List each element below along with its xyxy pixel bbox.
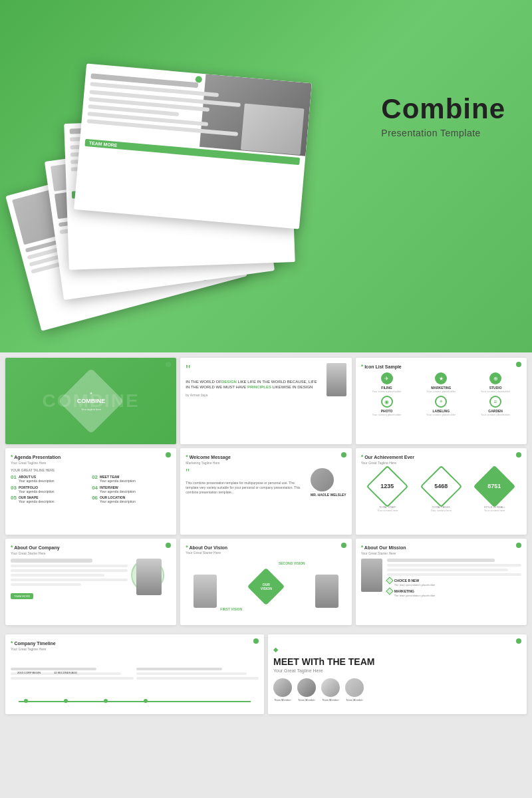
corner-dot-3 [516, 362, 521, 367]
icon-item-filing: ✈ FILING Your content placeholder [361, 372, 413, 393]
meet-team-title: MEET WITh THE TEAM [273, 656, 521, 667]
quote-text: IN THE WORLD OFDESIGN LIKE LIFE IN THE W… [186, 379, 320, 390]
agenda-item-3: 03 PORTFOLIOYour agenda description [11, 485, 90, 494]
filing-icon: ✈ [381, 372, 393, 384]
achievement-3: 8751 STYLE IN SMALL Your content here [479, 471, 509, 512]
achievement-diamonds: 1235 TOTAL STAFF Your content here 5468 … [361, 471, 521, 512]
welcome-quote-mark: " [186, 468, 307, 479]
person-avatar [311, 468, 334, 491]
person-name: MR. HAOLE WELSLEY [311, 493, 346, 497]
slide-timeline: * Company Timeline Your Great Tagline He… [5, 634, 264, 714]
company-img-col [131, 559, 171, 600]
timeline-details [11, 668, 259, 682]
mission-item-1: CHOICE B NEW [387, 578, 521, 583]
company-title: About Our Company [14, 545, 59, 550]
vision-diamond-text: OURVISION [261, 582, 272, 590]
icon-item-photo: ◉ PHOTO Your content placeholder [361, 396, 413, 416]
icon-list-title: Icon List Sample [364, 364, 402, 369]
corner-dot-timeline [253, 638, 259, 644]
agenda-title: Agenda Presentation [14, 455, 61, 460]
mission-text: CHOICE B NEW The team presentation place… [387, 559, 521, 597]
slide-icon-list: * Icon List Sample ✈ FILING Your content… [356, 358, 527, 444]
achievement-title: Our Achievement Ever [364, 455, 414, 460]
slide-company: * About Our Company Your Great Starter H… [5, 539, 176, 625]
labeling-icon: ⌖ [435, 396, 447, 408]
meet-asterisk-label: ◆ [273, 646, 521, 653]
welcome-tagline: Marketing Tagline Here [186, 461, 346, 465]
icon-item-labeling: ⌖ LABELING Your content placeholder [415, 396, 467, 416]
corner-dot-5 [341, 452, 346, 458]
timeline-tagline: Your Great Tagline Here [11, 647, 259, 651]
slide-vision: * About Our Vision Your Great Starter He… [180, 539, 351, 625]
timeline-dot-1 [24, 699, 28, 703]
slides-stack: TEAM MORE [13, 20, 313, 332]
welcome-text-area: " This combine presentation template for… [186, 468, 307, 497]
vision-tagline: Your Great Starter Here [186, 551, 346, 555]
slide-green-dot [195, 76, 202, 83]
studio-icon: ⊕ [489, 372, 501, 384]
hero-subtitle: Presentation Template [381, 128, 505, 138]
hero-section: TEAM MORE [0, 0, 532, 352]
agenda-tagline: Your Great Tagline Here [11, 461, 171, 465]
welcome-title: Welcome Message [190, 455, 231, 460]
combine-diamond-text: *COMBINEYour tagline here [76, 390, 105, 412]
team-member-3: Team Member [321, 678, 340, 702]
slides-grid: COMBINE *COMBINEYour tagline here " IN T… [5, 358, 527, 625]
corner-dot-meet [516, 638, 521, 644]
achievement-diamond-2: 5468 [420, 466, 462, 508]
timeline-label-2: 12 SECONDS AGO [54, 671, 77, 674]
timeline-line [19, 701, 251, 702]
photo-icon: ◉ [381, 396, 393, 408]
icon-item-marketing: ★ MARKETING Your content placeholder [415, 372, 467, 393]
icon-item-studio: ⊕ STUDIO Your content placeholder [469, 372, 521, 393]
vision-first-label: FIRST VISION [220, 607, 242, 611]
agenda-item-1: 01 ABOUT USYour agenda description [11, 475, 90, 483]
team-members: Team Member Team Member Team Member Team… [273, 678, 521, 702]
timeline-dot-4 [144, 699, 148, 703]
slide-mission: * About Our Mission Your Great Starter H… [356, 539, 527, 625]
meet-team-content: ◆ MEET WITh THE TEAM Your Great Tagline … [273, 646, 521, 702]
achievement-2: 5468 TOTAL PAGES Your content here [426, 471, 456, 512]
team-member-4: Team Member [345, 678, 364, 702]
timeline-label-1: 2010 CORP BEGIN [17, 671, 41, 674]
achievement-1: 1235 TOTAL STAFF Your content here [372, 471, 402, 512]
slide-meet-team: ◆ MEET WITh THE TEAM Your Great Tagline … [268, 634, 527, 714]
hero-main-title: Combine [381, 93, 505, 125]
welcome-content: " This combine presentation template for… [186, 468, 346, 497]
slide-welcome: * Welcome Message Marketing Tagline Here… [180, 448, 351, 535]
marketing-icon: ★ [435, 372, 447, 384]
slide-quote: " IN THE WORLD OFDESIGN LIKE LIFE IN THE… [180, 358, 351, 444]
mission-tagline: Your Great Starter Here [361, 551, 521, 555]
mission-content: CHOICE B NEW The team presentation place… [361, 559, 521, 597]
company-text: TEAM MORE [11, 559, 128, 600]
vision-content: OURVISION SECOND VISION FIRST VISION [180, 558, 351, 614]
person-area: MR. HAOLE WELSLEY [311, 468, 346, 497]
agenda-item-2: 02 MEET TEAMYour agenda description [92, 475, 171, 483]
agenda-item-4: 04 INTERVIEWYour agenda description [92, 485, 171, 494]
achievement-diamond-3: 8751 [473, 466, 516, 508]
agenda-items: 01 ABOUT USYour agenda description 02 ME… [11, 475, 171, 504]
garden-icon: ≡ [489, 396, 501, 408]
company-tagline: Your Great Starter Here [11, 551, 171, 555]
slide-combine: COMBINE *COMBINEYour tagline here [5, 358, 176, 444]
icon-grid: ✈ FILING Your content placeholder ★ MARK… [361, 372, 521, 416]
company-img [131, 559, 168, 595]
agenda-item-6: 06 OUR LOCATIONYour agenda description [92, 495, 171, 504]
slide-achievement: * Our Achievement Ever Your Great Taglin… [356, 448, 527, 535]
timeline-title: Company Timeline [14, 641, 55, 646]
team-member-2: Team Member [297, 678, 316, 702]
company-btn[interactable]: TEAM MORE [11, 593, 33, 599]
achievement-tagline: Your Great Tagline Here [361, 461, 521, 465]
vision-diamond: OURVISION [247, 567, 285, 605]
company-content: TEAM MORE [11, 559, 171, 600]
quote-icon: " [186, 363, 320, 376]
slide-card-front: TEAM MORE [74, 64, 312, 229]
bottom-section: * Company Timeline Your Great Tagline He… [0, 630, 532, 718]
mission-item-2: MARKETING [387, 589, 521, 594]
vision-person-left [194, 575, 217, 608]
agenda-item-5: 05 OUR SHAPEYour agenda description [11, 495, 90, 504]
combine-diamond: *COMBINEYour tagline here [58, 368, 124, 434]
vision-title: About Our Vision [190, 545, 227, 550]
corner-dot-6 [516, 452, 521, 458]
timeline-detail-2 [136, 668, 259, 682]
